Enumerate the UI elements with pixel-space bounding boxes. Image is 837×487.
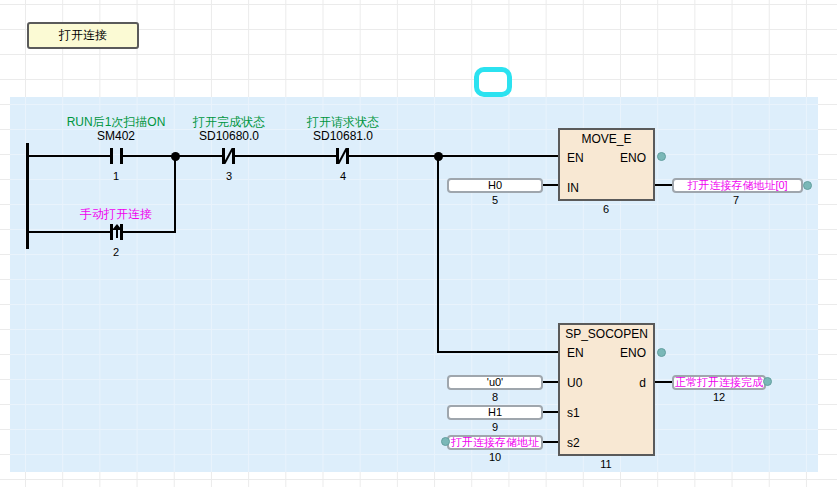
wire-segment: [655, 381, 672, 383]
device-name: SM402: [97, 130, 135, 143]
eno-connector-dot: [657, 152, 666, 161]
step-number: 8: [492, 391, 498, 403]
left-rail: [26, 143, 29, 249]
contact-sd10681-normally-closed[interactable]: [333, 146, 353, 166]
step-number: 10: [489, 451, 501, 463]
block-title: SP_SOCOPEN: [560, 327, 653, 341]
drop-wire: [437, 156, 439, 353]
operand-box-u0[interactable]: 'u0': [447, 375, 543, 390]
ladder-editor-screen: 打开连接 RUN后1次扫描ON SM402 1 打开完成状态 SD10680.0: [0, 0, 837, 487]
wire-segment: [437, 351, 558, 353]
device-comment: 打开请求状态: [307, 116, 379, 129]
pin-s2: s2: [567, 436, 580, 450]
wire-segment: [27, 155, 110, 157]
output-connector-dot: [803, 181, 812, 190]
step-number: 3: [226, 170, 232, 182]
contact-manual-rising-edge[interactable]: [107, 222, 127, 242]
rising-edge-arrow-icon: [116, 229, 118, 238]
operand-box-h1[interactable]: H1: [447, 405, 543, 420]
device-comment: 手动打开连接: [80, 208, 152, 221]
wire-segment: [543, 441, 558, 443]
pin-d: d: [639, 376, 646, 390]
output-label-move-destination[interactable]: 打开连接存储地址[0]: [672, 178, 803, 193]
device-name: SD10680.0: [199, 130, 259, 143]
ladder-canvas[interactable]: RUN后1次扫描ON SM402 1 打开完成状态 SD10680.0 3 打开…: [10, 97, 818, 472]
step-number: 5: [492, 194, 498, 206]
wire-segment: [543, 411, 558, 413]
block-title: MOVE_E: [560, 132, 653, 146]
step-number: 2: [113, 246, 119, 258]
output-connector-dot: [763, 377, 772, 386]
pin-eno: ENO: [620, 346, 646, 360]
pin-en: EN: [567, 346, 584, 360]
wire-segment: [349, 155, 558, 157]
junction-dot: [171, 152, 180, 161]
step-number: 11: [600, 458, 611, 470]
device-name: SD10681.0: [313, 130, 373, 143]
wire-segment: [27, 231, 110, 233]
wire-segment: [543, 184, 558, 186]
pin-s1: s1: [567, 406, 580, 420]
wire-segment: [235, 155, 336, 157]
device-comment: RUN后1次扫描ON: [67, 116, 166, 129]
rung-comment-box[interactable]: 打开连接: [27, 22, 139, 49]
wire-segment: [123, 231, 176, 233]
contact-sm402-normally-open[interactable]: [107, 146, 127, 166]
contact-sd10680-normally-closed[interactable]: [219, 146, 239, 166]
input-connector-dot: [441, 437, 450, 446]
function-block-move-e[interactable]: MOVE_E EN ENO IN: [558, 128, 655, 201]
output-label-open-complete[interactable]: 正常打开连接完成: [672, 375, 766, 390]
junction-dot: [434, 152, 443, 161]
step-number: 4: [340, 170, 346, 182]
step-number: 9: [492, 421, 498, 433]
step-number: 12: [713, 391, 725, 403]
operand-box-h0[interactable]: H0: [447, 178, 543, 193]
step-number: 1: [113, 170, 119, 182]
step-number: 7: [733, 194, 739, 206]
pin-eno: ENO: [620, 151, 646, 165]
pin-in: IN: [567, 181, 579, 195]
contact-bar: [110, 148, 113, 164]
wire-segment: [655, 184, 672, 186]
eno-connector-dot: [657, 348, 666, 357]
branch-wire: [174, 156, 176, 233]
cell-selection-cursor[interactable]: [474, 67, 512, 97]
contact-bar: [120, 148, 123, 164]
pin-u0: U0: [567, 376, 582, 390]
wire-segment: [543, 381, 558, 383]
pin-en: EN: [567, 151, 584, 165]
device-comment: 打开完成状态: [193, 116, 265, 129]
function-block-sp-socopen[interactable]: SP_SOCOPEN EN ENO U0 d s1 s2: [558, 323, 655, 456]
step-number: 6: [603, 203, 609, 215]
operand-box-s2-label[interactable]: 打开连接存储地址: [447, 435, 543, 450]
